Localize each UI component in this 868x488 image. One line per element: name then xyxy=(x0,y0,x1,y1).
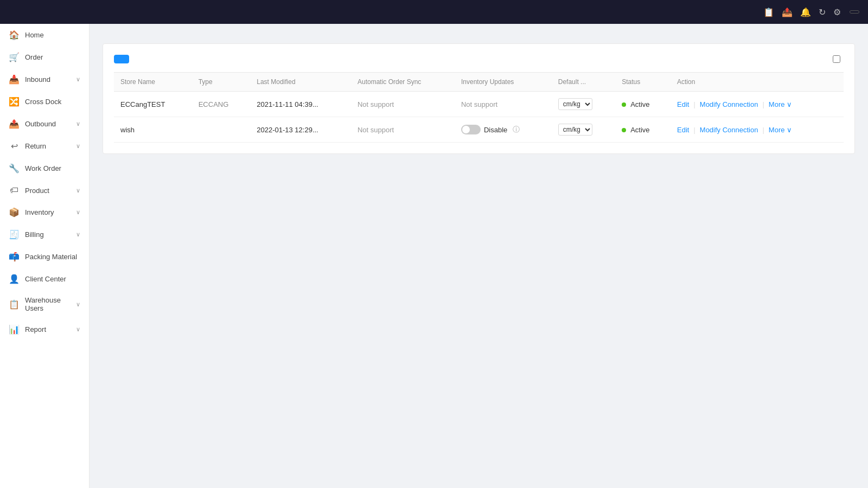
channels-table: Store NameTypeLast ModifiedAutomatic Ord… xyxy=(114,72,844,143)
edit-link-0[interactable]: Edit xyxy=(677,100,689,108)
sidebar-label-home: Home xyxy=(25,31,44,39)
toggle-wrap-1: Disable ⓘ xyxy=(461,125,545,134)
sidebar-item-home[interactable]: 🏠 Home xyxy=(0,24,89,46)
table-row: ECCangTESTECCANG2021-11-11 04:39...Not s… xyxy=(114,92,844,117)
more-button-1[interactable]: More ∨ xyxy=(769,126,792,134)
billing-icon: 🧾 xyxy=(9,229,20,240)
client-center-icon: 👤 xyxy=(9,274,20,284)
table-head: Store NameTypeLast ModifiedAutomatic Ord… xyxy=(114,73,844,92)
default-unit-0: cm/kglb/in xyxy=(552,92,616,117)
sidebar-label-cross-dock: Cross Dock xyxy=(25,98,61,106)
more-button-0[interactable]: More ∨ xyxy=(769,100,792,108)
edit-link-1[interactable]: Edit xyxy=(677,126,689,134)
info-icon-1[interactable]: ⓘ xyxy=(513,125,520,134)
chevron-return: ∨ xyxy=(76,143,80,150)
col-header-1: Type xyxy=(192,73,251,92)
sidebar-item-warehouse-users[interactable]: 📋 Warehouse Users ∨ xyxy=(0,290,89,318)
action-0: Edit | Modify Connection | More ∨ xyxy=(671,92,844,117)
status-label-1: Active xyxy=(630,126,649,134)
sidebar-item-billing[interactable]: 🧾 Billing ∨ xyxy=(0,223,89,246)
sidebar-label-product: Product xyxy=(25,187,49,195)
action-1: Edit | Modify Connection | More ∨ xyxy=(671,117,844,143)
sidebar-label-client-center: Client Center xyxy=(25,275,66,283)
sidebar-item-return[interactable]: ↩ Return ∨ xyxy=(0,135,89,157)
chevron-inventory: ∨ xyxy=(76,209,80,216)
unit-select-0[interactable]: cm/kglb/in xyxy=(558,98,592,110)
sidebar-label-work-order: Work Order xyxy=(25,164,61,172)
order-icon: 🛒 xyxy=(9,52,20,62)
show-inactive-checkbox[interactable] xyxy=(833,55,840,63)
chevron-product: ∨ xyxy=(76,187,80,194)
store-type-1 xyxy=(192,117,251,143)
store-type-0: ECCANG xyxy=(192,92,251,117)
sidebar-label-inventory: Inventory xyxy=(25,208,54,216)
settings-icon[interactable]: ⚙ xyxy=(833,7,841,17)
inventory-toggle-1[interactable] xyxy=(461,125,481,134)
chevron-report: ∨ xyxy=(76,326,80,333)
topbar: 📋 📤 🔔 ↻ ⚙ xyxy=(0,0,868,24)
report-icon: 📊 xyxy=(9,324,20,335)
modify-connection-link-1[interactable]: Modify Connection xyxy=(700,126,758,134)
connect-store-button[interactable] xyxy=(114,55,129,63)
sidebar-item-inbound[interactable]: 📥 Inbound ∨ xyxy=(0,68,89,91)
return-icon: ↩ xyxy=(9,141,20,151)
sidebar-label-order: Order xyxy=(25,53,43,61)
sidebar-item-inventory[interactable]: 📦 Inventory ∨ xyxy=(0,201,89,223)
sidebar-label-report: Report xyxy=(25,325,46,333)
last-modified-1: 2022-01-13 12:29... xyxy=(250,117,351,143)
notification-icon[interactable]: 🔔 xyxy=(800,7,811,17)
default-unit-1: cm/kglb/in xyxy=(552,117,616,143)
toggle-label-1: Disable xyxy=(484,126,507,134)
status-dot-1 xyxy=(622,128,626,132)
show-inactive-wrapper xyxy=(833,55,844,63)
status-label-0: Active xyxy=(630,100,649,108)
chevron-inbound: ∨ xyxy=(76,76,80,83)
inventory-icon: 📦 xyxy=(9,207,20,217)
col-header-4: Inventory Updates xyxy=(455,73,552,92)
modify-connection-link-0[interactable]: Modify Connection xyxy=(700,100,758,108)
chevron-warehouse-users: ∨ xyxy=(76,301,80,308)
inventory-updates-1: Disable ⓘ xyxy=(455,117,552,143)
sidebar-label-return: Return xyxy=(25,142,46,150)
sidebar: 🏠 Home 🛒 Order 📥 Inbound ∨ 🔀 Cross Dock … xyxy=(0,24,90,488)
status-dot-0 xyxy=(622,102,626,107)
action-links-1: Edit | Modify Connection | More ∨ xyxy=(677,126,837,134)
card-toolbar xyxy=(114,55,844,63)
sidebar-item-work-order[interactable]: 🔧 Work Order xyxy=(0,157,89,179)
content-area: Store NameTypeLast ModifiedAutomatic Ord… xyxy=(90,24,868,488)
col-header-0: Store Name xyxy=(114,73,192,92)
inbound-icon: 📥 xyxy=(9,74,20,85)
col-header-6: Status xyxy=(615,73,671,92)
home-icon: 🏠 xyxy=(9,30,20,40)
language-selector[interactable] xyxy=(850,10,859,14)
col-header-2: Last Modified xyxy=(250,73,351,92)
export-icon[interactable]: 📤 xyxy=(782,7,793,17)
sidebar-item-report[interactable]: 📊 Report ∨ xyxy=(0,318,89,341)
sidebar-label-packing-material: Packing Material xyxy=(25,253,77,261)
sidebar-item-outbound[interactable]: 📤 Outbound ∨ xyxy=(0,113,89,135)
sidebar-item-client-center[interactable]: 👤 Client Center xyxy=(0,268,89,290)
sidebar-item-order[interactable]: 🛒 Order xyxy=(0,46,89,68)
product-icon: 🏷 xyxy=(9,185,20,195)
last-modified-0: 2021-11-11 04:39... xyxy=(250,92,351,117)
sidebar-item-cross-dock[interactable]: 🔀 Cross Dock xyxy=(0,91,89,113)
main-layout: 🏠 Home 🛒 Order 📥 Inbound ∨ 🔀 Cross Dock … xyxy=(0,24,868,488)
store-name-1: wish xyxy=(114,117,192,143)
action-links-0: Edit | Modify Connection | More ∨ xyxy=(677,100,837,108)
warehouse-users-icon: 📋 xyxy=(9,299,20,310)
sidebar-label-warehouse-users: Warehouse Users xyxy=(25,296,71,312)
store-name-0: ECCangTEST xyxy=(114,92,192,117)
status-1: Active xyxy=(615,117,671,143)
sidebar-item-packing-material[interactable]: 📫 Packing Material xyxy=(0,246,89,268)
auto-order-sync-1: Not support xyxy=(351,117,455,143)
auto-order-sync-0: Not support xyxy=(351,92,455,117)
sidebar-item-product[interactable]: 🏷 Product ∨ xyxy=(0,179,89,201)
refresh-icon[interactable]: ↻ xyxy=(819,7,826,17)
col-header-7: Action xyxy=(671,73,844,92)
packing-material-icon: 📫 xyxy=(9,252,20,262)
unit-select-1[interactable]: cm/kglb/in xyxy=(558,124,592,136)
clipboard-icon[interactable]: 📋 xyxy=(763,7,774,17)
sidebar-label-billing: Billing xyxy=(25,230,44,239)
chevron-outbound: ∨ xyxy=(76,120,80,127)
sidebar-label-inbound: Inbound xyxy=(25,75,50,84)
